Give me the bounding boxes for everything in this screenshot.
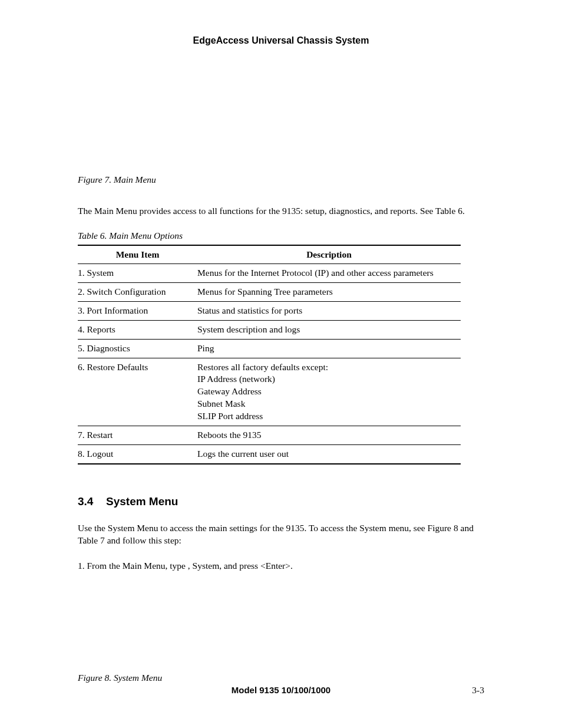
cell-menu-item: 7. Restart (78, 426, 197, 445)
table-6: Menu Item Description 1. System Menus fo… (78, 245, 461, 465)
main-menu-intro-paragraph: The Main Menu provides access to all fun… (78, 205, 484, 218)
cell-menu-item: 8. Logout (78, 445, 197, 464)
cell-description: Status and statistics for ports (197, 301, 461, 320)
section-3-4-steps: 1. From the Main Menu, type , System, an… (78, 560, 484, 572)
table-row: 3. Port Information Status and statistic… (78, 301, 461, 320)
section-3-4-heading: 3.4System Menu (78, 495, 484, 508)
page: EdgeAccess Universal Chassis System Figu… (0, 0, 562, 728)
table-row: 5. Diagnostics Ping (78, 339, 461, 358)
page-header-title: EdgeAccess Universal Chassis System (78, 35, 484, 46)
section-number: 3.4 (78, 495, 106, 508)
cell-menu-item: 5. Diagnostics (78, 339, 197, 358)
cell-description: Menus for the Internet Protocol (IP) and… (197, 263, 461, 282)
table-row: 4. Reports System description and logs (78, 320, 461, 339)
cell-description: Restores all factory defaults except:IP … (197, 358, 461, 426)
table-6-caption: Table 6. Main Menu Options (78, 230, 484, 241)
cell-menu-item: 1. System (78, 263, 197, 282)
cell-description: Ping (197, 339, 461, 358)
page-footer: Model 9135 10/100/1000 3-3 (78, 685, 484, 696)
figure-7-caption: Figure 7. Main Menu (78, 174, 484, 185)
cell-description: System description and logs (197, 320, 461, 339)
table-header-menu-item: Menu Item (78, 245, 197, 264)
section-title: System Menu (106, 495, 178, 508)
table-row: 2. Switch Configuration Menus for Spanni… (78, 282, 461, 301)
cell-menu-item: 2. Switch Configuration (78, 282, 197, 301)
step-1: 1. From the Main Menu, type , System, an… (78, 560, 484, 572)
table-header-description: Description (197, 245, 461, 264)
figure-8-caption: Figure 8. System Menu (78, 673, 484, 683)
cell-description: Reboots the 9135 (197, 426, 461, 445)
cell-menu-item: 6. Restore Defaults (78, 358, 197, 426)
cell-description: Logs the current user out (197, 445, 461, 464)
table-row: 6. Restore Defaults Restores all factory… (78, 358, 461, 426)
table-row: 7. Restart Reboots the 9135 (78, 426, 461, 445)
cell-description: Menus for Spanning Tree parameters (197, 282, 461, 301)
cell-menu-item: 3. Port Information (78, 301, 197, 320)
table-header-row: Menu Item Description (78, 245, 461, 264)
table-row: 1. System Menus for the Internet Protoco… (78, 263, 461, 282)
cell-menu-item: 4. Reports (78, 320, 197, 339)
table-row: 8. Logout Logs the current user out (78, 445, 461, 464)
footer-center-title: Model 9135 10/100/1000 (78, 685, 484, 695)
section-3-4-intro: Use the System Menu to access the main s… (78, 522, 484, 547)
